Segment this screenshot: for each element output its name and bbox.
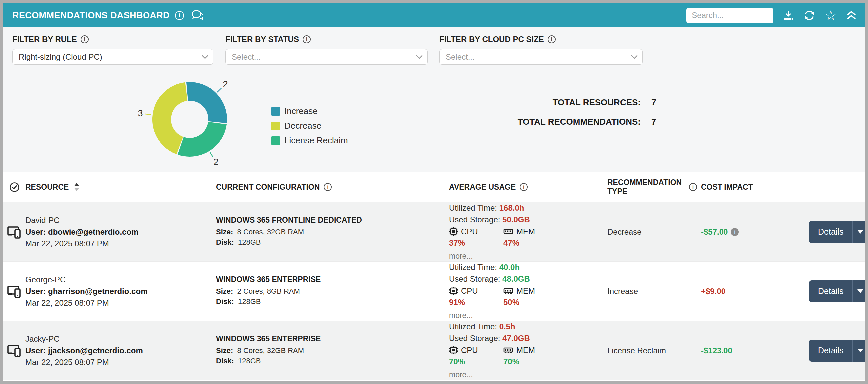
config-size: Size: 2 Cores, 8GB RAM	[216, 287, 442, 296]
column-header-resource[interactable]: RESOURCE	[25, 182, 216, 191]
recommendation-type: Increase	[607, 287, 689, 296]
select-all-control[interactable]	[3, 182, 25, 192]
legend-label: Increase	[284, 106, 318, 116]
legend-label: License Reclaim	[284, 135, 348, 146]
total-resources-value: 7	[651, 97, 658, 108]
used-storage: Used Storage: 47.0GB	[449, 334, 601, 343]
resource-name: David-PC	[25, 216, 210, 225]
filter-rule-select[interactable]: Right-sizing (Cloud PC)	[12, 49, 213, 65]
filter-status-info-icon[interactable]: i	[303, 35, 311, 43]
table-row: David-PC User: dbowie@getnerdio.com Mar …	[3, 202, 865, 261]
donut-slice-decrease[interactable]	[162, 92, 186, 146]
refresh-icon[interactable]	[803, 10, 815, 21]
legend-swatch	[271, 122, 280, 130]
favorite-star-icon[interactable]: ☆	[825, 10, 837, 21]
devices-icon	[7, 284, 22, 299]
usage-more-link[interactable]: more...	[449, 311, 473, 320]
table-row: Jacky-PC User: jjackson@getnerdio.com Ma…	[3, 321, 865, 380]
cpu-label: CPU	[461, 346, 478, 355]
config-disk: Disk: 128GB	[216, 297, 442, 306]
donut-slice-license-reclaim[interactable]	[181, 123, 217, 147]
config-size: Size: 8 Cores, 32GB RAM	[216, 228, 442, 236]
cpu-icon	[449, 346, 458, 355]
mem-label: MEM	[517, 346, 535, 355]
total-recommendations-label: TOTAL RECOMMENDATIONS:	[518, 117, 641, 127]
cpu-icon	[449, 227, 458, 236]
devices-icon	[7, 225, 22, 239]
details-button[interactable]: Details	[809, 280, 868, 302]
details-dropdown-caret[interactable]	[853, 340, 868, 362]
resource-date: Mar 22, 2025 08:07 PM	[25, 358, 210, 367]
cpu-usage: CPU 91%	[449, 287, 503, 307]
details-button-label[interactable]: Details	[809, 280, 853, 302]
memory-icon	[503, 287, 514, 295]
config-title: WINDOWS 365 ENTERPRISE	[216, 334, 442, 343]
mem-usage: MEM 47%	[503, 227, 558, 248]
details-dropdown-caret[interactable]	[853, 280, 868, 302]
filter-size-label: FILTER BY CLOUD PC SIZE i	[439, 35, 643, 44]
totals-panel: TOTAL RESOURCES: 7 TOTAL RECOMMENDATIONS…	[518, 97, 658, 136]
column-header-label: AVERAGE USAGE	[449, 182, 516, 191]
cpu-value: 37%	[449, 238, 503, 248]
resource-date: Mar 22, 2025 08:07 PM	[25, 239, 210, 248]
total-resources-label: TOTAL RESOURCES:	[553, 97, 641, 108]
column-header-current-configuration: CURRENT CONFIGURATIONi	[216, 182, 449, 191]
cost-impact: -$123.00	[689, 346, 800, 355]
mem-label: MEM	[517, 287, 535, 296]
mem-usage: MEM 50%	[503, 287, 558, 307]
details-button-label[interactable]: Details	[809, 340, 853, 362]
cost-value: -$123.00	[701, 346, 733, 355]
collapse-icon[interactable]	[846, 10, 857, 21]
table-header: RESOURCECURRENT CONFIGURATIONiAVERAGE US…	[3, 172, 865, 202]
column-info-icon[interactable]: i	[689, 183, 697, 191]
cpu-usage: CPU 37%	[449, 227, 503, 248]
memory-icon	[503, 227, 514, 236]
used-storage: Used Storage: 48.0GB	[449, 274, 601, 284]
download-icon[interactable]	[783, 10, 794, 21]
usage-more-link[interactable]: more...	[449, 370, 473, 379]
column-header-recommendation-type: RECOMMENDATION TYPE	[607, 178, 689, 196]
cpu-value: 70%	[449, 357, 503, 366]
donut-slice-value: 2	[213, 157, 218, 167]
usage-more-link[interactable]: more...	[449, 252, 473, 261]
resource-date: Mar 22, 2025 08:07 PM	[25, 298, 210, 308]
column-header-label: CURRENT CONFIGURATION	[216, 182, 320, 191]
top-bar: RECOMMENDATIONS DASHBOARD i ☆	[3, 3, 865, 27]
filter-rule-value: Right-sizing (Cloud PC)	[19, 52, 197, 62]
page-title: RECOMMENDATIONS DASHBOARD	[12, 10, 170, 21]
column-header-label: RESOURCE	[25, 182, 69, 191]
cpu-icon	[449, 287, 458, 295]
filter-status-select[interactable]: Select...	[225, 49, 428, 65]
feedback-chat-icon[interactable]	[191, 10, 204, 21]
details-button-label[interactable]: Details	[809, 221, 853, 243]
filter-size-info-icon[interactable]: i	[548, 35, 556, 43]
column-header-label: RECOMMENDATION TYPE	[607, 178, 682, 196]
legend-swatch	[271, 136, 280, 145]
column-info-icon[interactable]: i	[520, 183, 528, 191]
donut-slice-increase[interactable]	[187, 91, 218, 122]
details-dropdown-caret[interactable]	[853, 221, 868, 243]
resource-user: User: jjackson@getnerdio.com	[25, 346, 210, 355]
used-storage: Used Storage: 50.0GB	[449, 215, 601, 225]
resource-user: User: gharrison@getnerdio.com	[25, 287, 210, 296]
sort-control[interactable]	[74, 183, 79, 191]
title-info-icon[interactable]: i	[175, 11, 184, 20]
utilized-time: Utilized Time: 0.5h	[449, 322, 601, 331]
details-button[interactable]: Details	[809, 340, 868, 362]
config-disk: Disk: 128GB	[216, 357, 442, 365]
config-disk: Disk: 128GB	[216, 238, 442, 247]
mem-usage: MEM 70%	[503, 346, 558, 366]
mem-label: MEM	[517, 227, 535, 236]
filter-status-value: Select...	[232, 52, 411, 62]
details-button[interactable]: Details	[809, 221, 868, 243]
chart-section: 223 Increase Decrease License Reclaim TO…	[3, 77, 865, 172]
column-info-icon[interactable]: i	[323, 183, 332, 191]
filter-size-select[interactable]: Select...	[439, 49, 643, 65]
filter-rule-info-icon[interactable]: i	[81, 35, 89, 43]
filter-status-label: FILTER BY STATUS i	[225, 35, 428, 44]
search-input[interactable]	[686, 8, 773, 23]
donut-slice-value: 2	[223, 79, 228, 89]
recommendations-donut: 223	[136, 77, 290, 173]
total-recommendations-value: 7	[651, 117, 658, 127]
cost-info-icon[interactable]: i	[731, 228, 739, 236]
